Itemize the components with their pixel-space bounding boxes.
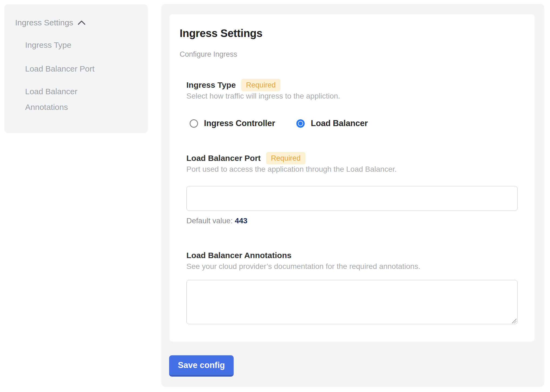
load-balancer-port-field: Load Balancer Port Required Port used to… — [186, 152, 518, 225]
load-balancer-annotations-label: Load Balancer Annotations — [186, 249, 291, 262]
sidebar-item-load-balancer-annotations[interactable]: Load Balancer Annotations — [25, 84, 114, 115]
sidebar-section-label: Ingress Settings — [15, 18, 73, 28]
default-value-line: Default value:443 — [186, 217, 518, 225]
load-balancer-port-input[interactable] — [186, 186, 518, 211]
resize-grip-icon[interactable] — [512, 319, 517, 323]
sidebar-section-ingress-settings[interactable]: Ingress Settings — [15, 18, 86, 28]
chevron-up-icon — [78, 20, 86, 25]
sidebar-item-list: Ingress Type Load Balancer Port Load Bal… — [25, 39, 114, 115]
required-badge: Required — [266, 152, 306, 164]
sidebar-item-load-balancer-port[interactable]: Load Balancer Port — [25, 63, 114, 75]
settings-nav-sidebar: Ingress Settings Ingress Type Load Balan… — [4, 4, 148, 133]
default-value: 443 — [235, 217, 247, 225]
radio-label-ingress-controller: Ingress Controller — [204, 119, 275, 128]
load-balancer-port-description: Port used to access the application thro… — [186, 165, 518, 174]
load-balancer-annotations-field: Load Balancer Annotations See your cloud… — [186, 249, 518, 324]
radio-option-ingress-controller[interactable]: Ingress Controller — [186, 119, 275, 128]
load-balancer-annotations-description: See your cloud provider’s documentation … — [186, 262, 518, 271]
sidebar-item-ingress-type[interactable]: Ingress Type — [25, 39, 114, 51]
page-subtitle: Configure Ingress — [180, 50, 237, 59]
radio-unselected-icon[interactable] — [190, 119, 198, 128]
page-title: Ingress Settings — [180, 27, 262, 39]
ingress-settings-card: Ingress Settings Configure Ingress Ingre… — [169, 14, 535, 342]
ingress-type-field: Ingress Type Required Select how traffic… — [186, 79, 518, 128]
save-config-button[interactable]: Save config — [169, 355, 234, 377]
radio-label-load-balancer: Load Balancer — [311, 119, 368, 128]
ingress-type-label: Ingress Type — [186, 79, 236, 91]
settings-content-panel: Ingress Settings Configure Ingress Ingre… — [161, 4, 544, 387]
required-badge: Required — [241, 79, 281, 91]
load-balancer-annotations-textarea[interactable] — [186, 280, 518, 324]
radio-selected-icon[interactable] — [296, 119, 305, 128]
ingress-type-description: Select how traffic will ingress to the a… — [186, 92, 518, 100]
radio-option-load-balancer[interactable]: Load Balancer — [293, 119, 368, 128]
default-value-label: Default value: — [186, 217, 233, 225]
load-balancer-port-label: Load Balancer Port — [186, 152, 261, 164]
